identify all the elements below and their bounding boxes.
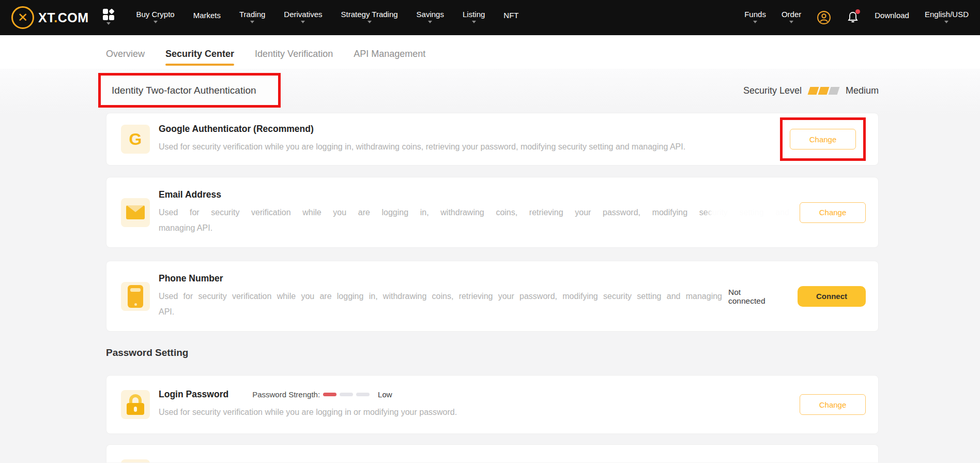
redacted-email-value (713, 207, 791, 222)
security-center-content: Identity Two-factor Authentication Secur… (0, 69, 980, 463)
xt-logo-icon: ✕ (11, 6, 34, 29)
top-navigation: ✕ XT.COM Buy Crypto Markets Trading Deri… (0, 0, 980, 35)
twofa-heading: Identity Two-factor Authentication (112, 85, 256, 96)
nav-item-nft[interactable]: NFT (503, 11, 518, 24)
chevron-down-icon (472, 21, 476, 25)
padlock-icon (121, 390, 150, 419)
login-password-change-button[interactable]: Change (800, 394, 866, 415)
phone-connect-button[interactable]: Connect (798, 286, 866, 307)
tab-overview[interactable]: Overview (106, 38, 145, 69)
nav-item-download[interactable]: Download (875, 11, 909, 24)
password-strength: Password Strength: Low (252, 390, 392, 399)
google-auth-title: Google Authenticator (Recommend) (159, 124, 770, 135)
nav-item-language-currency[interactable]: English/USD (925, 10, 969, 25)
chevron-down-icon (753, 21, 757, 25)
nav-item-listing[interactable]: Listing (463, 10, 485, 25)
email-desc-line2: managing API. (159, 220, 789, 236)
main-menu: Buy Crypto Markets Trading Derivatives S… (136, 10, 518, 25)
chevron-down-icon (944, 21, 948, 25)
phone-desc-line2: API. (159, 304, 722, 320)
email-envelope-icon (121, 198, 150, 227)
smartphone-icon (121, 282, 150, 311)
tab-security-center[interactable]: Security Center (165, 38, 234, 69)
security-level-bars (808, 87, 840, 95)
strength-bar-3 (356, 393, 370, 396)
xt-logo[interactable]: ✕ XT.COM (11, 6, 88, 29)
phone-status: Not connected (728, 288, 774, 305)
email-desc-line1: Used for security verification while you… (159, 205, 789, 220)
chevron-down-icon (250, 21, 254, 25)
password-strength-value: Low (378, 390, 392, 399)
password-strength-label: Password Strength: (252, 390, 320, 399)
xt-logo-text: XT.COM (38, 10, 88, 25)
email-change-button[interactable]: Change (800, 202, 866, 223)
nav-item-strategy-trading[interactable]: Strategy Trading (341, 10, 398, 25)
chevron-down-icon (301, 21, 305, 25)
card-login-password: Login Password Password Strength: Low Us… (106, 375, 879, 434)
notification-dot (855, 9, 860, 14)
chevron-down-icon (106, 22, 111, 27)
google-authenticator-icon: G (121, 125, 150, 154)
tab-identity-verification[interactable]: Identity Verification (255, 38, 333, 69)
google-auth-change-button[interactable]: Change (790, 129, 856, 150)
chevron-down-icon (368, 21, 372, 25)
security-level-value: Medium (846, 85, 879, 96)
nav-item-trading[interactable]: Trading (239, 10, 265, 25)
strength-bar-2 (340, 393, 353, 396)
user-avatar-icon[interactable] (817, 10, 831, 25)
apps-grid-icon[interactable] (103, 9, 114, 27)
google-auth-desc: Used for security verification while you… (159, 139, 770, 155)
password-setting-heading: Password Setting (106, 347, 879, 359)
card-google-authenticator: G Google Authenticator (Recommend) Used … (106, 113, 879, 166)
login-password-desc: Used for security verification while you… (159, 405, 789, 420)
annotation-red-box-heading: Identity Two-factor Authentication (98, 73, 281, 108)
card-partial-next (106, 444, 879, 462)
nav-item-funds[interactable]: Funds (744, 10, 766, 25)
notification-bell-icon[interactable] (847, 11, 859, 24)
nav-item-derivatives[interactable]: Derivatives (284, 10, 322, 25)
nav-item-order[interactable]: Order (782, 10, 801, 25)
nav-item-savings[interactable]: Savings (417, 10, 444, 25)
nav-item-buy-crypto[interactable]: Buy Crypto (136, 10, 174, 25)
apps-grid-glyph (103, 9, 114, 20)
security-level-label: Security Level (743, 85, 802, 96)
login-password-title: Login Password (159, 389, 228, 400)
account-tabbar: Overview Security Center Identity Verifi… (0, 35, 980, 69)
chevron-down-icon (789, 21, 793, 25)
chevron-down-icon (154, 21, 158, 25)
email-title: Email Address (159, 189, 789, 200)
nav-item-markets[interactable]: Markets (193, 11, 221, 24)
card-phone-number: Phone Number Used for security verificat… (106, 261, 879, 332)
chevron-down-icon (428, 21, 432, 25)
tab-api-management[interactable]: API Management (354, 38, 425, 69)
phone-title: Phone Number (159, 273, 722, 284)
partial-card-icon (121, 459, 150, 462)
strength-bar-1 (323, 393, 336, 396)
nav-right-group: Funds Order Download English/USD (744, 10, 969, 25)
security-level: Security Level Medium (743, 85, 879, 96)
twofa-section-head: Identity Two-factor Authentication Secur… (106, 69, 879, 113)
phone-desc-line1: Used for security verification while you… (159, 289, 722, 304)
annotation-red-box-change: Change (780, 117, 866, 161)
card-email-address: Email Address Used for security verifica… (106, 177, 879, 248)
